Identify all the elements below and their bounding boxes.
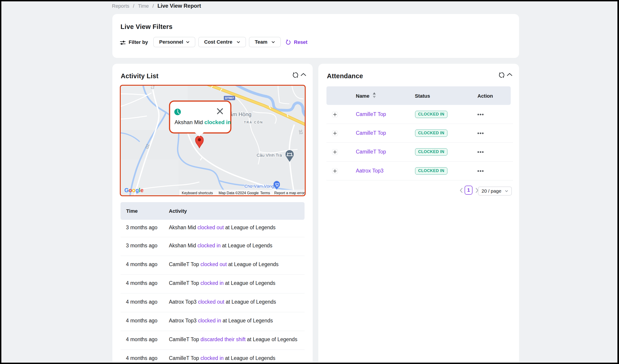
svg-text:TRÀ CÔN: TRÀ CÔN	[244, 120, 263, 124]
svg-text:G: G	[124, 187, 129, 193]
svg-text:ẩm Hồng: ẩm Hồng	[229, 111, 251, 117]
svg-text:e: e	[141, 187, 143, 193]
svg-text:Akshan Mid clocked in: Akshan Mid clocked in	[175, 119, 231, 125]
svg-text:32: 32	[298, 129, 304, 135]
svg-text:o: o	[129, 187, 132, 193]
svg-text:Chợ Vàm Vòng: Chợ Vàm Vòng	[244, 184, 274, 189]
svg-text:Cầu Vĩnh Trà: Cầu Vĩnh Trà	[257, 153, 282, 158]
svg-text:o: o	[132, 187, 135, 193]
svg-text:g: g	[135, 187, 139, 193]
svg-text:Report a map error: Report a map error	[274, 191, 305, 195]
svg-text:Terms: Terms	[260, 191, 270, 195]
svg-text:l: l	[139, 187, 140, 193]
svg-text:Keyboard shortcuts: Keyboard shortcuts	[182, 191, 213, 195]
svg-text:DT907: DT907	[225, 96, 234, 100]
svg-text:Map Data ©2024 Google: Map Data ©2024 Google	[219, 191, 259, 195]
